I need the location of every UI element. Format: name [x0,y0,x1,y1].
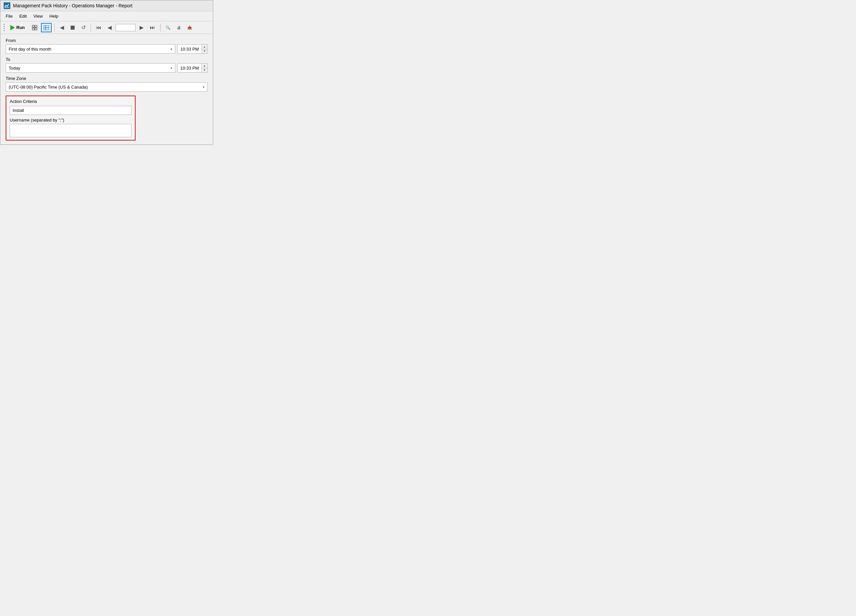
print-icon: 🖨 [177,25,181,30]
to-time-value: 10:33 PM [177,66,202,71]
refresh-icon: ↺ [81,24,86,31]
from-label: From [6,38,208,43]
back-icon: ◀ [60,24,64,31]
svg-rect-4 [35,28,37,30]
menu-view[interactable]: View [31,13,45,20]
timezone-dropdown-arrow: ▾ [203,85,205,89]
separator-3 [160,24,160,32]
run-label: Run [16,25,25,30]
last-page-icon: ⏭ [150,25,155,31]
to-time-up[interactable]: ▲ [202,64,207,68]
app-icon [4,2,10,9]
svg-rect-1 [32,25,34,27]
to-time-spinners: ▲ ▼ [202,64,207,72]
svg-rect-3 [32,28,34,30]
print-button[interactable]: 🖨 [174,23,183,32]
separator-1 [54,24,55,32]
menu-file[interactable]: File [3,13,15,20]
report-list-button[interactable] [30,23,40,32]
zoom-icon: 🔍 [166,25,171,30]
export-icon: 📤 [187,25,192,30]
refresh-button[interactable]: ↺ [79,23,88,32]
next-page-button[interactable]: ▶ [137,23,146,32]
layout-icon [44,25,49,30]
from-time-down[interactable]: ▼ [202,49,207,54]
from-dropdown[interactable]: First day of this month ▾ [6,44,175,54]
to-time-down[interactable]: ▼ [202,68,207,72]
timezone-label: Time Zone [6,76,208,81]
run-button[interactable]: Run [7,24,28,32]
username-input[interactable] [10,124,132,137]
svg-rect-2 [35,25,37,27]
toolbar: Run ◀ [0,21,213,34]
to-row: Today ▾ 10:33 PM ▲ ▼ [6,63,208,72]
next-page-icon: ▶ [140,24,143,31]
stop-button[interactable] [68,23,77,32]
from-time-up[interactable]: ▲ [202,45,207,49]
from-dropdown-arrow: ▾ [171,47,172,51]
timezone-value: (UTC-08:00) Pacific Time (US & Canada) [9,84,88,89]
timezone-dropdown[interactable]: (UTC-08:00) Pacific Time (US & Canada) ▾ [6,82,208,92]
toolbar-handle [3,23,5,32]
window-title: Management Pack History - Operations Man… [13,3,132,8]
to-dropdown-value: Today [9,66,20,71]
prev-page-icon: ◀ [108,24,112,31]
first-page-icon: ⏮ [96,25,101,31]
to-dropdown[interactable]: Today ▾ [6,63,175,72]
stop-icon [71,26,75,30]
to-time-input[interactable]: 10:33 PM ▲ ▼ [177,63,208,72]
to-dropdown-arrow: ▾ [171,66,172,70]
criteria-content: Action Criteria Install Username (separa… [6,96,135,140]
from-row: First day of this month ▾ 10:33 PM ▲ ▼ [6,44,208,54]
action-criteria-section: Action Criteria Install Username (separa… [6,95,135,141]
zoom-button[interactable]: 🔍 [163,23,173,32]
play-icon [10,25,15,30]
page-number-input[interactable] [115,24,135,31]
report-list-icon [32,25,37,30]
action-criteria-value: Install [10,106,132,115]
to-label: To [6,57,208,62]
from-dropdown-value: First day of this month [9,47,51,52]
first-page-button[interactable]: ⏮ [94,23,103,32]
username-label: Username (separated by ";") [10,118,132,123]
title-bar: Management Pack History - Operations Man… [0,0,213,11]
main-window: Management Pack History - Operations Man… [0,0,213,145]
prev-page-button[interactable]: ◀ [105,23,114,32]
back-button[interactable]: ◀ [57,23,66,32]
from-time-spinners: ▲ ▼ [202,45,207,53]
from-time-input[interactable]: 10:33 PM ▲ ▼ [177,44,208,54]
menu-help[interactable]: Help [47,13,61,20]
content-area: From First day of this month ▾ 10:33 PM … [0,34,213,144]
export-button[interactable]: 📤 [185,23,194,32]
separator-2 [91,24,91,32]
menu-edit[interactable]: Edit [17,13,29,20]
menu-bar: File Edit View Help [0,11,213,21]
from-time-value: 10:33 PM [177,47,202,52]
last-page-button[interactable]: ⏭ [148,23,157,32]
layout-button[interactable] [41,23,52,32]
action-criteria-label: Action Criteria [10,99,132,104]
